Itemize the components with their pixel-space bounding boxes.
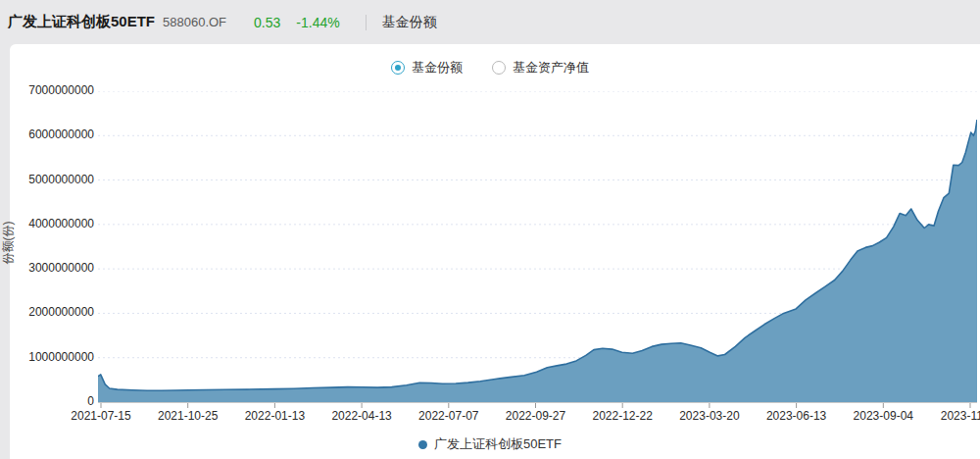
y-tick-label: 2000000000 bbox=[2, 305, 94, 319]
x-tick-label: 2023-03-20 bbox=[679, 409, 739, 423]
x-tick-label: 2022-12-22 bbox=[592, 409, 652, 423]
fund-nav-value: 0.53 bbox=[254, 15, 280, 30]
radio-fund-net-assets[interactable]: 基金资产净值 bbox=[492, 59, 589, 76]
y-tick-label: 4000000000 bbox=[2, 217, 94, 230]
chart-plot-area bbox=[98, 91, 977, 411]
radio-unselected-icon[interactable] bbox=[492, 61, 506, 75]
legend-dot-icon bbox=[418, 440, 427, 449]
x-tick-label: 2021-10-25 bbox=[158, 409, 218, 423]
header-divider bbox=[366, 15, 367, 30]
x-tick-label: 2021-07-15 bbox=[71, 409, 130, 423]
header-bar: 广发上证科创板50ETF 588060.OF 0.53 -1.44% 基金份额 bbox=[0, 0, 980, 44]
y-tick-label: 1000000000 bbox=[2, 350, 94, 364]
x-tick-label: 2022-09-27 bbox=[506, 409, 565, 423]
area-fill bbox=[98, 120, 977, 402]
x-tick-label: 2023-06-13 bbox=[766, 409, 826, 423]
x-tick-label: 2022-01-13 bbox=[245, 409, 305, 423]
fund-change-percent: -1.44% bbox=[296, 15, 339, 30]
y-tick-label: 5000000000 bbox=[2, 173, 94, 186]
radio-fund-shares-label: 基金份额 bbox=[412, 59, 463, 76]
x-tick-label: 2022-04-13 bbox=[331, 409, 391, 423]
radio-selected-icon[interactable] bbox=[391, 61, 405, 75]
x-tick-label: 2023-11-29 bbox=[941, 409, 980, 423]
fund-code: 588060.OF bbox=[163, 15, 226, 29]
radio-fund-net-assets-label: 基金资产净值 bbox=[513, 59, 589, 76]
y-tick-label: 6000000000 bbox=[2, 128, 94, 141]
radio-fund-shares[interactable]: 基金份额 bbox=[391, 59, 463, 76]
y-tick-label: 7000000000 bbox=[2, 83, 94, 97]
y-tick-label: 0 bbox=[2, 394, 94, 408]
x-tick-label: 2022-07-07 bbox=[418, 409, 478, 423]
x-tick-label: 2023-09-04 bbox=[854, 409, 913, 423]
legend-item[interactable]: 广发上证科创板50ETF bbox=[0, 435, 980, 453]
page: 广发上证科创板50ETF 588060.OF 0.53 -1.44% 基金份额 … bbox=[0, 0, 980, 459]
fund-title: 广发上证科创板50ETF bbox=[8, 13, 155, 31]
legend-label: 广发上证科创板50ETF bbox=[434, 435, 562, 453]
tab-fund-shares[interactable]: 基金份额 bbox=[382, 14, 437, 31]
series-toggle-group: 基金份额 基金资产净值 bbox=[0, 59, 980, 76]
y-tick-label: 3000000000 bbox=[2, 261, 94, 275]
